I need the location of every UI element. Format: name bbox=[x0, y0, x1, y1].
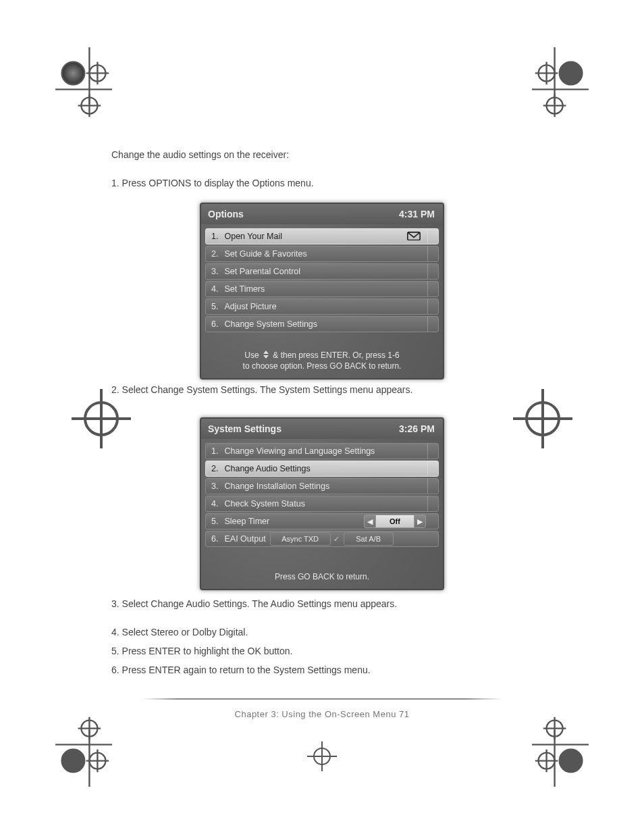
footer-rule bbox=[142, 698, 502, 700]
row-label: Set Timers bbox=[224, 284, 265, 294]
chevron-right-icon bbox=[427, 263, 439, 280]
row-number: 6. bbox=[211, 319, 222, 329]
paragraph-intro: Change the audio settings on the receive… bbox=[111, 149, 543, 161]
row-label: Change Viewing and Language Settings bbox=[224, 446, 375, 456]
row-label: Adjust Picture bbox=[224, 302, 276, 311]
chevron-right-icon bbox=[427, 298, 439, 315]
options-footer: Use & then press ENTER. Or, press 1-6 to… bbox=[201, 346, 443, 378]
stepper-left-icon[interactable]: ◀ bbox=[364, 515, 376, 528]
check-icon: ✓ bbox=[333, 535, 340, 544]
sleep-timer-stepper[interactable]: ◀ Off ▶ bbox=[365, 515, 426, 527]
row-number: 1. bbox=[211, 446, 222, 456]
row-number: 4. bbox=[211, 499, 222, 509]
row-number: 5. bbox=[211, 302, 222, 311]
options-clock: 4:31 PM bbox=[399, 209, 435, 219]
row-label: Sleep Timer bbox=[224, 517, 269, 526]
row-label: Set Guide & Favorites bbox=[224, 249, 306, 259]
chevron-right-icon bbox=[427, 478, 439, 494]
row-number: 2. bbox=[211, 249, 222, 259]
svg-marker-46 bbox=[263, 350, 269, 354]
row-number: 2. bbox=[211, 464, 222, 473]
row-label: Change System Settings bbox=[224, 319, 317, 329]
registration-mark-br bbox=[516, 706, 597, 787]
stepper-right-icon[interactable]: ▶ bbox=[414, 515, 426, 528]
registration-mark-bc bbox=[302, 736, 342, 777]
svg-point-9 bbox=[560, 62, 583, 85]
row-number: 3. bbox=[211, 267, 222, 276]
row-label: EAI Output bbox=[224, 534, 265, 544]
row-number: 3. bbox=[211, 481, 222, 491]
footer-text: & then press ENTER. Or, press 1-6 bbox=[273, 350, 399, 360]
sleep-timer-value: Off bbox=[375, 515, 414, 528]
row-number: 6. bbox=[211, 534, 222, 544]
options-row-1[interactable]: 1. Open Your Mail bbox=[205, 228, 439, 244]
options-header: Options 4:31 PM bbox=[201, 204, 443, 224]
row-number: 1. bbox=[211, 232, 222, 241]
svg-marker-47 bbox=[263, 355, 269, 359]
row-number: 4. bbox=[211, 284, 222, 294]
svg-point-0 bbox=[62, 62, 85, 85]
footer-text: Press GO BACK to return. bbox=[275, 571, 369, 582]
eai-sat-value[interactable]: Sat A/B bbox=[344, 532, 394, 546]
step-4: 4. Select Stereo or Dolby Digital. bbox=[111, 626, 543, 639]
registration-mark-bl bbox=[47, 706, 128, 787]
row-label: Open Your Mail bbox=[224, 232, 281, 241]
eai-mode-value[interactable]: Async TXD bbox=[270, 532, 331, 546]
options-row-4[interactable]: 4. Set Timers bbox=[205, 281, 439, 297]
registration-mark-tr bbox=[516, 47, 597, 128]
options-row-2[interactable]: 2. Set Guide & Favorites bbox=[205, 246, 439, 262]
chevron-right-icon bbox=[427, 461, 439, 477]
row-number: 5. bbox=[211, 517, 222, 526]
system-settings-clock: 3:26 PM bbox=[399, 423, 435, 434]
row-label: Change Installation Settings bbox=[224, 481, 329, 491]
system-settings-header: System Settings 3:26 PM bbox=[201, 419, 443, 439]
chevron-right-icon bbox=[427, 316, 439, 332]
svg-point-24 bbox=[62, 750, 85, 773]
chevron-right-icon bbox=[427, 228, 439, 244]
step-6: 6. Press ENTER again to return to the Sy… bbox=[111, 664, 543, 677]
options-row-5[interactable]: 5. Adjust Picture bbox=[205, 298, 439, 315]
step-2: 2. Select Change System Settings. The Sy… bbox=[111, 384, 543, 396]
system-settings-footer: Press GO BACK to return. bbox=[201, 567, 443, 589]
options-title: Options bbox=[208, 209, 244, 219]
options-row-3[interactable]: 3. Set Parental Control bbox=[205, 263, 439, 280]
row-label: Check System Status bbox=[224, 499, 305, 509]
footer-text: to choose option. Press GO BACK to retur… bbox=[243, 361, 402, 371]
page-footer-label: Chapter 3: Using the On-Screen Menu 71 bbox=[235, 709, 410, 719]
settings-row-1[interactable]: 1. Change Viewing and Language Settings bbox=[205, 443, 439, 459]
chevron-right-icon bbox=[427, 443, 439, 459]
settings-row-4[interactable]: 4. Check System Status bbox=[205, 496, 439, 512]
chevron-right-icon bbox=[427, 246, 439, 262]
row-label: Change Audio Settings bbox=[224, 464, 310, 473]
chevron-right-icon bbox=[427, 281, 439, 297]
step-1: 1. Press OPTIONS to display the Options … bbox=[111, 177, 543, 190]
registration-mark-tl bbox=[47, 47, 128, 128]
system-settings-panel: System Settings 3:26 PM 1. Change Viewin… bbox=[200, 417, 444, 590]
settings-row-6-eai-output[interactable]: 6. EAI Output Async TXD ✓ Sat A/B bbox=[205, 531, 439, 547]
step-5: 5. Press ENTER to highlight the OK butto… bbox=[111, 645, 543, 658]
footer-text: Use bbox=[244, 350, 261, 360]
mail-icon bbox=[407, 232, 421, 241]
settings-row-2[interactable]: 2. Change Audio Settings bbox=[205, 461, 439, 477]
up-down-arrows-icon bbox=[261, 350, 271, 359]
system-settings-title: System Settings bbox=[208, 423, 281, 434]
options-row-6[interactable]: 6. Change System Settings bbox=[205, 316, 439, 332]
svg-point-33 bbox=[560, 750, 583, 773]
settings-row-5-sleep-timer[interactable]: 5. Sleep Timer ◀ Off ▶ bbox=[205, 513, 439, 529]
step-3: 3. Select Change Audio Settings. The Aud… bbox=[111, 598, 543, 610]
row-label: Set Parental Control bbox=[224, 267, 300, 276]
settings-row-3[interactable]: 3. Change Installation Settings bbox=[205, 478, 439, 494]
options-panel: Options 4:31 PM 1. Open Your Mail 2. Set… bbox=[200, 203, 444, 380]
chevron-right-icon bbox=[427, 496, 439, 512]
